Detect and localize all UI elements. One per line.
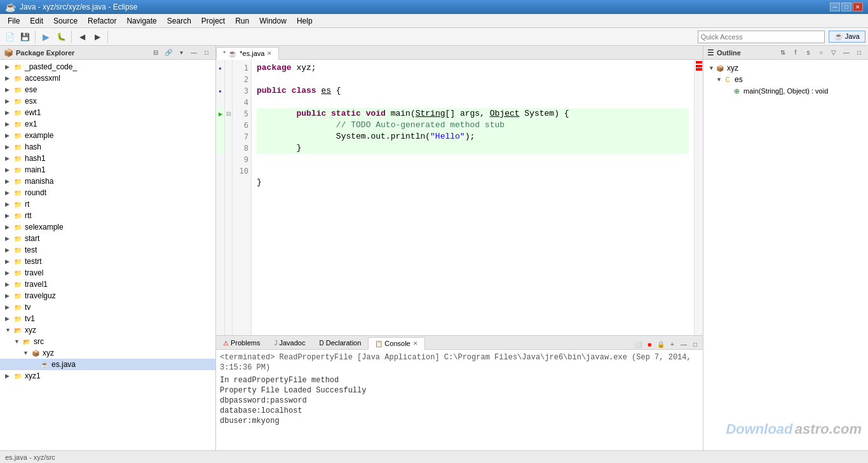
editor-left-margin: ● ● ▶	[216, 60, 225, 335]
outline-minimize-icon[interactable]: —	[841, 48, 851, 58]
tree-item-test[interactable]: ▶ 📁 test	[0, 244, 215, 256]
tree-item-rtt[interactable]: ▶ 📁 rtt	[0, 210, 215, 221]
collapse-all-icon[interactable]: ⊟	[151, 48, 161, 58]
tree-item-esjava[interactable]: ▶ ☕ es.java	[0, 359, 215, 370]
outline-icon: ☰	[707, 48, 714, 57]
save-button[interactable]: 💾	[18, 30, 32, 44]
console-content[interactable]: <terminated> ReadPropertyFile [Java Appl…	[216, 350, 703, 450]
minimize-button[interactable]: ─	[830, 3, 840, 11]
debug-button[interactable]: 🐛	[54, 30, 68, 44]
maximize-panel-icon[interactable]: □	[201, 48, 212, 58]
back-button[interactable]: ◀	[75, 30, 89, 44]
tree-item-src[interactable]: ▼ 📂 src	[0, 336, 215, 347]
stop-console-icon[interactable]: ■	[644, 339, 654, 349]
menu-file[interactable]: File	[3, 15, 25, 27]
javadoc-icon: J	[274, 340, 277, 347]
tab-console[interactable]: 📋 Console ✕	[368, 337, 424, 350]
outline-item-main-method[interactable]: ⊕ main(String[], Object) : void	[706, 85, 865, 97]
editor-error-bar	[694, 60, 703, 335]
minimize-panel-icon[interactable]: —	[189, 48, 199, 58]
tree-label-manisha: manisha	[25, 177, 53, 186]
tree-item-esx[interactable]: ▶ 📁 esx	[0, 95, 215, 107]
menu-source[interactable]: Source	[48, 15, 83, 27]
fold-method-start[interactable]: ⊟	[225, 108, 232, 120]
tree-item-pasted-code[interactable]: ▶ 📁 _pasted_code_	[0, 61, 215, 73]
console-title: <terminated> ReadPropertyFile [Java Appl…	[220, 353, 691, 372]
code-area[interactable]: package xyz; public class es { public st…	[252, 60, 694, 335]
outline-item-es-class[interactable]: ▼ C es	[706, 74, 865, 85]
margin-4	[216, 97, 224, 108]
tree-item-accessxml[interactable]: ▶ 📁 accessxml	[0, 73, 215, 84]
main-layout: 📦 Package Explorer ⊟ 🔗 ▾ — □ ▶ 📁 _pasted…	[0, 46, 868, 450]
outline-label-es: es	[735, 75, 743, 84]
fold-8	[225, 154, 232, 165]
tree-item-main1[interactable]: ▶ 📁 main1	[0, 164, 215, 176]
scroll-lock-icon[interactable]: 🔒	[656, 339, 666, 349]
minimize-bottom-icon[interactable]: —	[679, 339, 689, 349]
arrow-hash: ▶	[5, 144, 13, 150]
tree-item-tv1[interactable]: ▶ 📁 tv1	[0, 313, 215, 324]
outline-hide-fields-icon[interactable]: f	[790, 48, 801, 58]
status-text: es.java - xyz/src	[5, 453, 55, 461]
tree-item-hash1[interactable]: ▶ 📁 hash1	[0, 153, 215, 164]
tree-item-start[interactable]: ▶ 📁 start	[0, 233, 215, 244]
tab-declaration[interactable]: D Declaration	[312, 336, 368, 349]
tree-item-ex1[interactable]: ▶ 📁 ex1	[0, 118, 215, 130]
tree-item-xyz-package[interactable]: ▼ 📦 xyz	[0, 347, 215, 359]
tree-item-roundt[interactable]: ▶ 📁 roundt	[0, 187, 215, 198]
quick-access-input[interactable]	[698, 31, 825, 43]
title-bar: ☕ Java - xyz/src/xyz/es.java - Eclipse ─…	[0, 0, 868, 14]
outline-hide-nonpublic-icon[interactable]: ○	[816, 48, 826, 58]
tree-item-selexample[interactable]: ▶ 📁 selexample	[0, 221, 215, 233]
outline-hide-static-icon[interactable]: s	[803, 48, 813, 58]
tree-item-travel1[interactable]: ▶ 📁 travel1	[0, 279, 215, 290]
new-console-icon[interactable]: +	[667, 339, 677, 349]
tab-problems[interactable]: ⚠ Problems	[216, 336, 267, 349]
arrow-travelguz: ▶	[5, 293, 13, 299]
new-button[interactable]: 📄	[3, 30, 17, 44]
menu-navigate[interactable]: Navigate	[121, 15, 161, 27]
console-close-icon[interactable]: ✕	[413, 340, 418, 347]
run-button[interactable]: ▶	[39, 30, 53, 44]
menu-run[interactable]: Run	[230, 15, 254, 27]
menu-window[interactable]: Window	[254, 15, 292, 27]
tree-item-travel[interactable]: ▶ 📁 travel	[0, 267, 215, 279]
tree-item-hash[interactable]: ▶ 📁 hash	[0, 141, 215, 153]
maximize-button[interactable]: □	[841, 3, 851, 11]
tab-javadoc[interactable]: J Javadoc	[267, 336, 312, 349]
editor-tab-close[interactable]: ✕	[267, 50, 272, 57]
outline-sort-icon[interactable]: ⇅	[778, 48, 788, 58]
clear-console-icon[interactable]: ⬜	[633, 339, 643, 349]
link-with-editor-icon[interactable]: 🔗	[163, 48, 173, 58]
tree-item-rt[interactable]: ▶ 📁 rt	[0, 198, 215, 210]
title-bar-icon: ☕	[5, 2, 16, 12]
tree-item-example[interactable]: ▶ 📁 example	[0, 130, 215, 141]
tree-item-travelguz[interactable]: ▶ 📁 travelguz	[0, 290, 215, 301]
menu-project[interactable]: Project	[196, 15, 230, 27]
tree-item-ewt1[interactable]: ▶ 📁 ewt1	[0, 107, 215, 118]
tree-item-xyz1[interactable]: ▶ 📁 xyz1	[0, 370, 215, 382]
menu-help[interactable]: Help	[292, 15, 318, 27]
folder-icon-roundt: 📁	[13, 188, 23, 198]
tree-item-xyz[interactable]: ▼ 📂 xyz	[0, 324, 215, 336]
menu-edit[interactable]: Edit	[25, 15, 48, 27]
tree-label-tv: tv	[25, 303, 31, 312]
outline-maximize-icon[interactable]: □	[854, 48, 864, 58]
tree-item-tv[interactable]: ▶ 📁 tv	[0, 301, 215, 313]
outline-filter-icon[interactable]: ▽	[829, 48, 839, 58]
folder-icon-xyz1: 📁	[13, 371, 23, 381]
outline-item-xyz[interactable]: ▼ 📦 xyz	[706, 62, 865, 74]
tree-label-start: start	[25, 234, 39, 243]
tree-item-testrt[interactable]: ▶ 📁 testrt	[0, 256, 215, 267]
close-button[interactable]: ✕	[853, 3, 863, 11]
editor-tab-esjava[interactable]: * ☕ *es.java ✕	[216, 47, 279, 60]
tree-item-ese[interactable]: ▶ 📁 ese	[0, 84, 215, 95]
menu-search[interactable]: Search	[162, 15, 196, 27]
forward-button[interactable]: ▶	[90, 30, 104, 44]
maximize-bottom-icon[interactable]: □	[690, 339, 700, 349]
declaration-icon: D	[319, 340, 323, 347]
menu-refactor[interactable]: Refactor	[83, 15, 121, 27]
tree-item-manisha[interactable]: ▶ 📁 manisha	[0, 176, 215, 187]
java-perspective-button[interactable]: ☕ Java	[829, 31, 865, 43]
view-menu-icon[interactable]: ▾	[176, 48, 186, 58]
